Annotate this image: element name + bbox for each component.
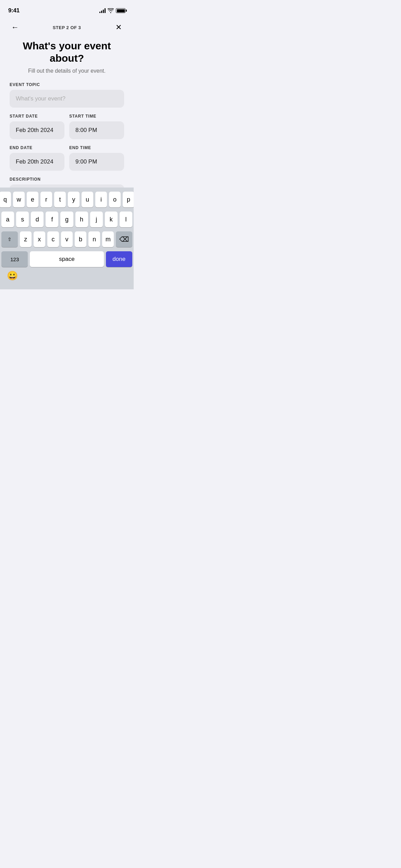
battery-icon [116, 8, 125, 13]
numeric-key[interactable]: 123 [1, 251, 28, 267]
key-e[interactable]: e [27, 192, 38, 207]
keyboard-row-3: ⇧ z x c v b n m ⌫ [1, 231, 132, 247]
key-k[interactable]: k [105, 212, 118, 227]
end-time-label: End Time [69, 145, 124, 150]
keyboard-row-2: a s d f g h j k l [1, 212, 132, 227]
end-date-group: End Date [10, 145, 64, 171]
key-q[interactable]: q [0, 192, 11, 207]
key-t[interactable]: t [54, 192, 66, 207]
key-c[interactable]: c [47, 231, 59, 247]
description-label: Description [10, 177, 124, 182]
status-time: 9:41 [8, 7, 20, 14]
key-f[interactable]: f [46, 212, 58, 227]
key-n[interactable]: n [88, 231, 100, 247]
key-i[interactable]: i [95, 192, 107, 207]
start-row: Start Date Start Time [10, 114, 124, 139]
key-x[interactable]: x [34, 231, 45, 247]
key-s[interactable]: s [16, 212, 29, 227]
page-title: What's your event about? [10, 40, 124, 64]
key-b[interactable]: b [75, 231, 86, 247]
start-time-label: Start Time [69, 114, 124, 119]
status-bar: 9:41 [0, 0, 134, 16]
key-v[interactable]: v [61, 231, 73, 247]
key-y[interactable]: y [68, 192, 80, 207]
end-date-input[interactable] [10, 153, 64, 171]
page-subtitle: Fill out the details of your event. [10, 68, 124, 74]
start-date-label: Start Date [10, 114, 64, 119]
back-button[interactable]: ← [8, 21, 22, 34]
keyboard: q w e r t y u i o p a s d f g h j k l ⇧ … [0, 188, 134, 289]
end-row: End Date End Time [10, 145, 124, 171]
shift-key[interactable]: ⇧ [1, 231, 18, 247]
start-date-group: Start Date [10, 114, 64, 139]
close-button[interactable]: ✕ [112, 21, 125, 34]
key-m[interactable]: m [102, 231, 114, 247]
done-key[interactable]: done [106, 251, 132, 267]
start-date-input[interactable] [10, 121, 64, 139]
key-w[interactable]: w [13, 192, 25, 207]
end-time-input[interactable] [69, 153, 124, 171]
start-time-input[interactable] [69, 121, 124, 139]
key-a[interactable]: a [1, 212, 14, 227]
end-time-group: End Time [69, 145, 124, 171]
delete-key[interactable]: ⌫ [116, 231, 132, 247]
event-topic-input[interactable] [10, 90, 124, 108]
event-topic-group: Event Topic [10, 82, 124, 108]
main-content: What's your event about? Fill out the de… [0, 37, 134, 206]
space-key[interactable]: space [30, 251, 104, 267]
key-h[interactable]: h [75, 212, 88, 227]
key-p[interactable]: p [123, 192, 134, 207]
start-time-group: Start Time [69, 114, 124, 139]
end-date-label: End Date [10, 145, 64, 150]
emoji-key[interactable]: 😀 [7, 270, 18, 281]
key-l[interactable]: l [120, 212, 132, 227]
keyboard-extras: 😀 [1, 267, 132, 289]
event-topic-label: Event Topic [10, 82, 124, 87]
keyboard-bottom-row: 123 space done [1, 251, 132, 267]
step-indicator: Step 2 of 3 [53, 25, 81, 30]
key-u[interactable]: u [82, 192, 93, 207]
key-d[interactable]: d [31, 212, 44, 227]
keyboard-row-1: q w e r t y u i o p [1, 192, 132, 207]
key-j[interactable]: j [90, 212, 103, 227]
key-g[interactable]: g [60, 212, 73, 227]
key-o[interactable]: o [109, 192, 121, 207]
nav-bar: ← Step 2 of 3 ✕ [0, 18, 134, 37]
key-r[interactable]: r [40, 192, 52, 207]
wifi-icon [108, 8, 114, 13]
status-icons [99, 8, 125, 13]
signal-icon [99, 8, 106, 13]
key-z[interactable]: z [20, 231, 32, 247]
